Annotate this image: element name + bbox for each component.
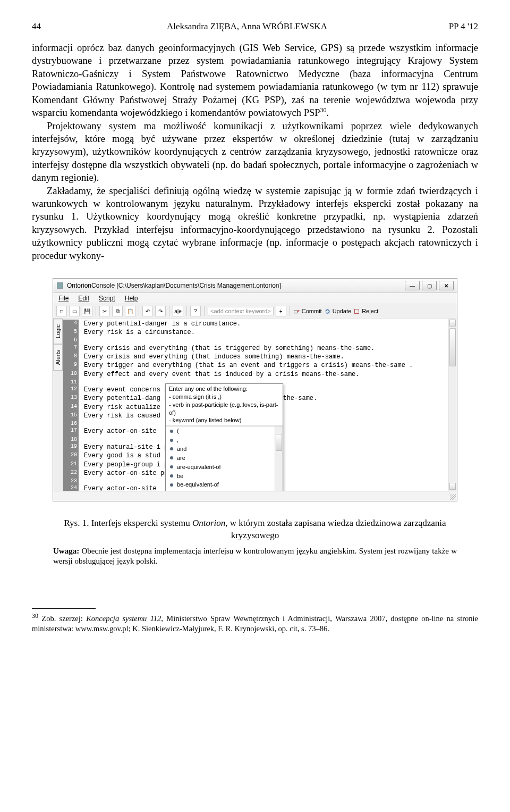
- popup-scrollbar[interactable]: [275, 426, 283, 491]
- bullet-icon: [169, 446, 174, 451]
- vertical-scrollbar[interactable]: [448, 319, 457, 491]
- code-line[interactable]: 4Every potential-danger is a circumstanc…: [63, 320, 457, 328]
- popup-item[interactable]: (: [166, 426, 283, 436]
- popup-item[interactable]: are-equivalent-of: [166, 463, 283, 472]
- popup-item-label: be-equivalent-of: [177, 481, 219, 489]
- copy-icon[interactable]: ⧉: [112, 306, 123, 316]
- line-number: 22: [63, 469, 79, 478]
- menu-help[interactable]: Help: [125, 295, 138, 302]
- line-number: 12: [63, 386, 79, 394]
- commit-icon: [293, 308, 300, 315]
- help-icon[interactable]: ?: [190, 306, 201, 316]
- paste-icon[interactable]: 📋: [125, 306, 135, 316]
- code-text: Every potential-danger is a circumstance…: [84, 320, 241, 328]
- side-tab-logic[interactable]: Logic: [53, 319, 63, 344]
- code-line[interactable]: 10Every effect and every event that is i…: [63, 370, 457, 379]
- popup-item-label: are: [177, 454, 185, 462]
- toolbar: □ ▭ 💾 ✂ ⧉ 📋 ↶ ↷ a|e ? <add context keywo…: [53, 304, 457, 319]
- svg-point-3: [170, 430, 173, 433]
- code-text: Every risk actualize: [84, 403, 160, 412]
- line-number: 4: [63, 320, 79, 328]
- update-icon: [324, 308, 331, 315]
- reject-icon: [353, 308, 360, 315]
- code-text: Every actor-on-site: [84, 484, 157, 491]
- popup-item[interactable]: and: [166, 445, 283, 454]
- editor[interactable]: 4Every potential-danger is a circumstanc…: [63, 319, 457, 491]
- resize-grip-icon[interactable]: [449, 493, 456, 500]
- popup-item-label: (: [177, 427, 179, 435]
- reject-button[interactable]: Reject: [353, 308, 378, 315]
- popup-item[interactable]: be: [166, 472, 283, 481]
- menu-script[interactable]: Script: [99, 295, 115, 302]
- maximize-button[interactable]: ▢: [422, 281, 437, 290]
- scroll-thumb[interactable]: [449, 328, 456, 366]
- page-issue: PP 4 '12: [430, 21, 478, 32]
- separator: [139, 306, 139, 316]
- code-line[interactable]: 6: [63, 337, 457, 344]
- line-number: 14: [63, 403, 79, 412]
- svg-rect-0: [57, 283, 63, 289]
- popup-item[interactable]: be-equivalent-of: [166, 480, 283, 489]
- svg-point-9: [170, 483, 173, 487]
- titlebar: OntorionConsole [C:\Users\kaplan\Documen…: [53, 279, 457, 293]
- cut-icon[interactable]: ✂: [99, 306, 110, 316]
- svg-point-8: [170, 474, 173, 478]
- separator: [96, 306, 96, 316]
- separator: [186, 306, 187, 316]
- undo-icon[interactable]: ↶: [142, 306, 153, 316]
- svg-point-5: [170, 447, 173, 450]
- save-icon[interactable]: 💾: [82, 306, 92, 316]
- code-line[interactable]: 9Every trigger and everything (that is a…: [63, 361, 457, 370]
- code-text: Every trigger and everything (that is an…: [84, 361, 413, 370]
- menu-file[interactable]: File: [58, 295, 69, 302]
- bullet-icon: [169, 473, 174, 479]
- add-icon[interactable]: +: [276, 306, 286, 316]
- popup-item-label: and: [177, 445, 186, 453]
- code-text: Every crisis and everything (that induce…: [84, 353, 344, 361]
- line-number: 19: [63, 443, 79, 451]
- svg-point-7: [170, 465, 173, 468]
- context-keyword-input[interactable]: <add context keyword>: [208, 307, 274, 315]
- commit-button[interactable]: Commit: [293, 308, 322, 315]
- separator: [290, 306, 290, 316]
- page-number: 44: [32, 21, 64, 32]
- para2: Projektowany system ma możliwość komunik…: [32, 120, 478, 185]
- separator: [169, 306, 169, 316]
- line-number: 9: [63, 361, 79, 370]
- side-tab-alerts[interactable]: Alerts: [53, 344, 63, 371]
- line-number: 18: [63, 436, 79, 443]
- menu-edit[interactable]: Edit: [78, 295, 89, 302]
- line-number: 7: [63, 344, 79, 353]
- bullet-icon: [169, 438, 174, 443]
- popup-item[interactable]: ,: [166, 436, 283, 445]
- close-button[interactable]: ✕: [439, 281, 454, 290]
- open-icon[interactable]: ▭: [69, 306, 80, 316]
- code-line[interactable]: 7Every crisis and everything (that is tr…: [63, 344, 457, 353]
- new-icon[interactable]: □: [56, 306, 67, 316]
- page-header: 44 Aleksandra ZIĘBA, Anna WRÓBLEWSKA PP …: [32, 21, 478, 32]
- line-number: 20: [63, 451, 79, 460]
- code-text: Every effect and every event that is ind…: [84, 370, 359, 379]
- popup-scroll-thumb[interactable]: [276, 434, 282, 451]
- popup-item-label: ,: [177, 436, 178, 444]
- line-number: 13: [63, 394, 79, 403]
- minimize-button[interactable]: —: [405, 281, 420, 290]
- footnote-rule: [32, 608, 96, 609]
- font-icon[interactable]: a|e: [173, 306, 183, 316]
- popup-item[interactable]: are: [166, 454, 283, 463]
- code-text: Every good is a stud: [84, 451, 160, 460]
- redo-icon[interactable]: ↷: [155, 306, 166, 316]
- para1: informacji oprócz baz danych geoinformac…: [32, 41, 478, 120]
- line-number: 16: [63, 420, 79, 428]
- figure-note: Uwaga: Obecnie jest dostępna implementac…: [53, 546, 457, 567]
- line-number: 23: [63, 478, 79, 485]
- code-line[interactable]: 8Every crisis and everything (that induc…: [63, 353, 457, 361]
- code-line[interactable]: 5Every risk is a circumstance.: [63, 328, 457, 337]
- svg-point-6: [170, 456, 173, 459]
- line-number: 21: [63, 461, 79, 469]
- svg-rect-2: [355, 309, 359, 313]
- code-text: Every risk is a circumstance.: [84, 328, 195, 337]
- footnote-30: 30 Zob. szerzej: Koncepcja systemu 112, …: [32, 612, 478, 634]
- line-number: 17: [63, 427, 79, 436]
- update-button[interactable]: Update: [324, 308, 351, 315]
